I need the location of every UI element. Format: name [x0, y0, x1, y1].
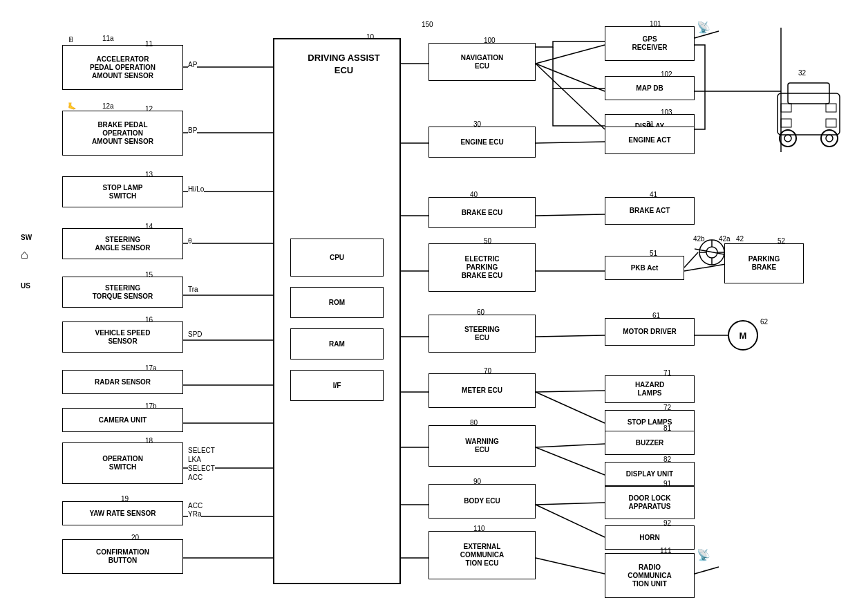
svg-point-55 — [826, 135, 833, 142]
vehicle-speed-label: VEHICLE SPEEDSENSOR — [95, 329, 150, 346]
ref-52: 52 — [778, 237, 785, 245]
ref-70: 70 — [484, 367, 491, 375]
driving-assist-ecu-label: DRIVING ASSISTECU — [290, 52, 397, 77]
vehicle-speed-sensor-box: VEHICLE SPEEDSENSOR — [62, 321, 183, 353]
ram-label: RAM — [329, 340, 345, 348]
ref-102: 102 — [661, 71, 672, 78]
svg-line-29 — [536, 392, 605, 423]
camera-unit-label: CAMERA UNIT — [99, 416, 147, 424]
rom-label: ROM — [329, 299, 345, 307]
cpu-label: CPU — [330, 254, 344, 262]
buzzer-label: BUZZER — [636, 439, 664, 447]
ref-103: 103 — [661, 109, 672, 116]
gps-receiver-label: GPSRECEIVER — [632, 35, 667, 52]
ref-72: 72 — [663, 404, 671, 411]
svg-point-41 — [706, 247, 717, 258]
parking-brake-box: PARKINGBRAKE — [724, 243, 804, 283]
ref-42: 42 — [736, 235, 744, 243]
svg-line-33 — [536, 505, 605, 537]
svg-line-23 — [536, 142, 605, 143]
navigation-ecu-label: NAVIGATIONECU — [461, 54, 503, 71]
gps-receiver-box: GPSRECEIVER — [605, 26, 695, 61]
steering-torque-sensor-box: STEERINGTORQUE SENSOR — [62, 277, 183, 308]
navigation-ecu-box: NAVIGATIONECU — [428, 43, 536, 81]
door-lock-box: DOOR LOCKAPPARATUS — [605, 486, 695, 519]
ref-40: 40 — [470, 191, 478, 198]
svg-rect-50 — [781, 119, 791, 127]
body-ecu-label: BODY ECU — [464, 497, 500, 505]
ref-11a: 11a — [102, 35, 114, 42]
svg-point-52 — [780, 130, 796, 147]
camera-unit-box: CAMERA UNIT — [62, 408, 183, 432]
steering-ecu-label: STEERINGECU — [464, 326, 500, 342]
brake-act-box: BRAKE ACT — [605, 197, 695, 225]
ref-62: 62 — [760, 318, 768, 326]
sensor-icon-brake: 🦶 — [68, 102, 76, 110]
svg-line-24 — [536, 214, 605, 216]
ref-101: 101 — [650, 20, 661, 28]
epb-ecu-box: ELECTRICPARKINGBRAKE ECU — [428, 243, 536, 292]
radio-comm-box: RADIOCOMMUNICATION UNIT — [605, 553, 695, 598]
ref-15: 15 — [145, 271, 153, 279]
ref-12a: 12a — [102, 102, 114, 110]
svg-line-28 — [536, 391, 605, 392]
accelerator-sensor-box: ACCELERATORPEDAL OPERATIONAMOUNT SENSOR — [62, 45, 183, 90]
steering-angle-sensor-box: STEERINGANGLE SENSOR — [62, 228, 183, 259]
body-ecu-box: BODY ECU — [428, 484, 536, 519]
yaw-rate-sensor-box: YAW RATE SENSOR — [62, 501, 183, 525]
meter-ecu-label: METER ECU — [462, 386, 502, 395]
if-label: I/F — [333, 382, 341, 390]
display-unit-label: DISPLAY UNIT — [626, 470, 673, 478]
yaw-rate-label: YAW RATE SENSOR — [89, 510, 156, 518]
ref-51: 51 — [650, 250, 657, 257]
sw-label: SW — [21, 234, 32, 241]
radar-sensor-box: RADAR SENSOR — [62, 370, 183, 394]
epb-ecu-label: ELECTRICPARKINGBRAKE ECU — [462, 255, 502, 280]
horn-box: HORN — [605, 525, 695, 550]
sensor-icon-accel: 🎚 — [68, 36, 75, 44]
ref-111: 111 — [660, 547, 672, 554]
ref-90: 90 — [473, 478, 481, 485]
ref-20: 20 — [131, 534, 139, 541]
sw-icon: ⌂ — [21, 248, 28, 262]
brake-ecu-label: BRAKE ECU — [462, 209, 502, 217]
motor-circle: M — [728, 320, 758, 351]
svg-rect-49 — [826, 104, 836, 112]
ref-14: 14 — [145, 223, 153, 230]
ref-91: 91 — [663, 480, 671, 487]
display-unit-box: DISPLAY UNIT — [605, 462, 695, 486]
diagram: 11a 🎚 12a 🦶 SW ⌂ US 150 ACCELERATORPEDAL… — [0, 0, 857, 616]
stop-lamp-switch-box: STOP LAMPSWITCH — [62, 176, 183, 207]
ext-comm-ecu-label: EXTERNALCOMMUNICATION ECU — [460, 543, 504, 568]
signal-yra: YRa — [188, 510, 201, 518]
brake-pedal-sensor-box: BRAKE PEDALOPERATIONAMOUNT SENSOR — [62, 111, 183, 156]
svg-line-37 — [695, 567, 719, 574]
ref-92: 92 — [663, 519, 671, 527]
signal-spd: SPD — [188, 330, 203, 338]
svg-line-20 — [536, 45, 605, 64]
svg-line-30 — [536, 444, 605, 447]
ref-11: 11 — [145, 40, 153, 48]
ref-61: 61 — [652, 312, 660, 319]
hazard-lamps-box: HAZARDLAMPS — [605, 375, 695, 403]
engine-act-label: ENGINE ACT — [628, 136, 670, 144]
ref-42b: 42b — [693, 235, 705, 243]
warning-ecu-label: WARNINGECU — [465, 438, 498, 454]
ref-17a: 17a — [145, 364, 157, 372]
ref-16: 16 — [145, 316, 153, 324]
signal-hilo: Hi/Lo — [188, 185, 204, 193]
warning-ecu-box: WARNINGECU — [428, 425, 536, 467]
ext-comm-ecu-box: EXTERNALCOMMUNICATION ECU — [428, 531, 536, 579]
ref-150: 150 — [422, 21, 433, 28]
steering-ecu-box: STEERINGECU — [428, 315, 536, 353]
signal-ap: AP — [188, 61, 197, 68]
ref-10: 10 — [366, 33, 374, 41]
svg-rect-46 — [778, 93, 840, 135]
ref-82: 82 — [663, 456, 671, 463]
map-db-box: MAP DB — [605, 76, 695, 100]
signal-acc: ACC — [188, 502, 203, 510]
svg-line-31 — [536, 447, 605, 475]
operation-switch-label: OPERATIONSWITCH — [102, 455, 143, 472]
cpu-box: CPU — [290, 239, 384, 277]
ref-50: 50 — [484, 237, 491, 245]
